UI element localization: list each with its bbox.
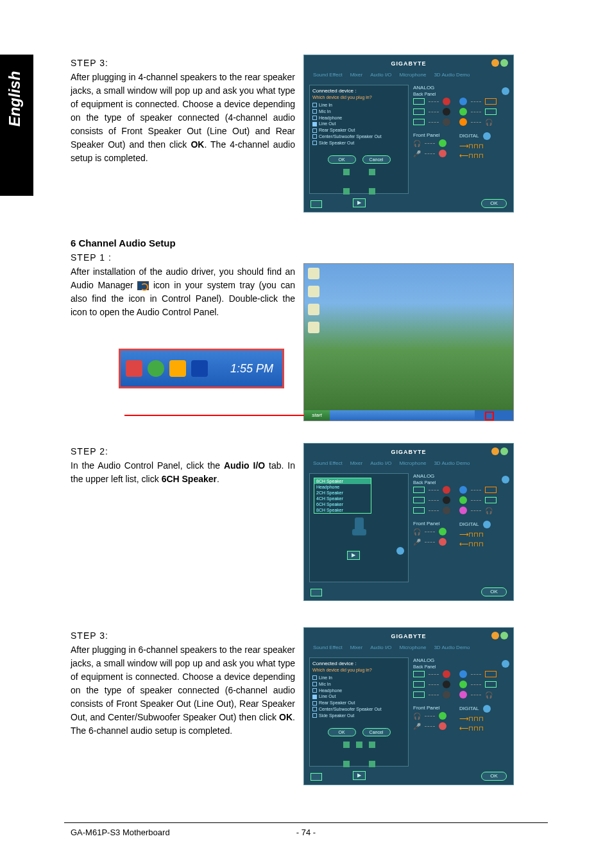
device-option[interactable]: Side Speaker Out xyxy=(312,140,405,146)
tab-sound-effect[interactable]: Sound Effect xyxy=(313,645,343,650)
panel-ok-button[interactable]: OK xyxy=(481,587,507,596)
tray-icon[interactable] xyxy=(169,360,186,377)
info-icon[interactable] xyxy=(396,547,404,555)
analog-digital-col: ANALOG Back Panel 🎧 Front Panel 🎧 🎤 DIGI… xyxy=(413,473,509,582)
device-option[interactable]: Center/Subwoofer Speaker Out xyxy=(312,134,405,140)
tab-audio-io[interactable]: Audio I/O xyxy=(370,645,391,650)
tab-3d-demo[interactable]: 3D Audio Demo xyxy=(434,460,470,466)
tray-icon[interactable] xyxy=(148,360,164,377)
listener-icon xyxy=(350,517,369,543)
digital-label: DIGITAL xyxy=(459,706,479,711)
section-6ch-step2: STEP 2: In the Audio Control Panel, clic… xyxy=(71,446,295,486)
tab-3d-demo[interactable]: 3D Audio Demo xyxy=(434,72,470,78)
info-icon[interactable] xyxy=(502,87,509,95)
brand-logo: GIGABYTE xyxy=(304,633,513,639)
back-panel-label: Back Panel xyxy=(413,664,436,669)
info-icon[interactable] xyxy=(502,476,509,483)
device-option[interactable]: Headphone xyxy=(312,115,405,121)
callout-box xyxy=(485,412,494,421)
tray-area xyxy=(475,410,513,421)
audio-panel-dropdown: GIGABYTE Sound Effect Mixer Audio I/O Mi… xyxy=(303,443,514,601)
tab-mixer[interactable]: Mixer xyxy=(350,645,363,650)
tab-sound-effect[interactable]: Sound Effect xyxy=(313,460,343,466)
device-option[interactable]: Side Speaker Out xyxy=(312,713,405,719)
audio-panel-6ch: GIGABYTE Sound Effect Mixer Audio I/O Mi… xyxy=(303,627,514,785)
sound-test-icon[interactable] xyxy=(310,589,322,596)
audio-manager-tray-icon[interactable] xyxy=(191,360,208,377)
tab-mixer[interactable]: Mixer xyxy=(350,72,363,78)
play-button[interactable]: ▶ xyxy=(353,771,366,780)
audio-panel-4ch: GIGABYTE Sound Effect Mixer Audio I/O Mi… xyxy=(303,55,514,213)
tab-audio-io[interactable]: Audio I/O xyxy=(370,460,391,466)
panel-tabs: Sound Effect Mixer Audio I/O Microphone … xyxy=(313,645,470,650)
digital-label: DIGITAL xyxy=(459,133,479,139)
panel-ok-button[interactable]: OK xyxy=(481,772,507,781)
ok-button[interactable]: OK xyxy=(328,155,356,164)
minimize-icon[interactable] xyxy=(491,447,499,455)
tab-microphone[interactable]: Microphone xyxy=(400,645,427,650)
cancel-button[interactable]: Cancel xyxy=(362,728,391,736)
sound-test-icon[interactable] xyxy=(310,200,322,208)
minimize-icon[interactable] xyxy=(491,632,499,639)
digital-label: DIGITAL xyxy=(459,521,479,527)
step-label: STEP 2: xyxy=(71,446,295,456)
info-icon[interactable] xyxy=(483,132,491,140)
device-option[interactable]: Headphone xyxy=(312,688,405,694)
brand-logo: GIGABYTE xyxy=(304,60,513,67)
step-text: After plugging in 4-channel speakers to … xyxy=(71,71,295,165)
close-icon[interactable] xyxy=(500,632,508,639)
device-option[interactable]: Mic In xyxy=(312,681,405,688)
start-button[interactable]: start xyxy=(304,410,330,421)
desktop-icon[interactable] xyxy=(308,322,319,333)
device-option[interactable]: Line Out xyxy=(312,693,405,700)
ok-button[interactable]: OK xyxy=(328,728,356,736)
window-controls xyxy=(491,447,508,455)
device-option[interactable]: Line In xyxy=(312,102,405,108)
desktop-icon[interactable] xyxy=(308,304,319,315)
analog-digital-col: ANALOG Back Panel 🎧 Front Panel 🎧 🎤 DIGI… xyxy=(413,85,509,194)
speaker-dropdown[interactable]: 8CH Speaker Headphone 2CH Speaker 4CH Sp… xyxy=(314,478,371,514)
tab-audio-io[interactable]: Audio I/O xyxy=(370,72,391,78)
speaker-figure xyxy=(343,742,375,767)
tab-mixer[interactable]: Mixer xyxy=(350,460,363,466)
device-list: Line In Mic In Headphone Line Out Rear S… xyxy=(312,675,405,719)
language-tab: English xyxy=(0,55,33,196)
analog-digital-col: ANALOG Back Panel 🎧 Front Panel 🎧 🎤 DIGI… xyxy=(413,657,509,767)
section-6ch-step3: STEP 3: After plugging in 6-channel spea… xyxy=(71,630,295,738)
clock: 1:55 PM xyxy=(230,362,277,376)
tab-microphone[interactable]: Microphone xyxy=(400,72,427,78)
window-controls xyxy=(491,632,508,639)
step-label: STEP 1 : xyxy=(71,252,295,263)
device-option[interactable]: Rear Speaker Out xyxy=(312,700,405,706)
cancel-button[interactable]: Cancel xyxy=(362,155,391,164)
device-option[interactable]: Rear Speaker Out xyxy=(312,127,405,134)
panel-ok-button[interactable]: OK xyxy=(481,199,507,208)
info-icon[interactable] xyxy=(502,660,509,668)
tray-icon[interactable] xyxy=(126,360,142,377)
footer-rule xyxy=(64,822,548,823)
info-icon[interactable] xyxy=(483,705,491,713)
device-option[interactable]: Line Out xyxy=(312,121,405,127)
spdif-in-icon: ⟵⊓⊓⊓ xyxy=(459,541,491,548)
device-option[interactable]: Mic In xyxy=(312,108,405,115)
desktop-icon[interactable] xyxy=(308,286,319,297)
device-option[interactable]: Line In xyxy=(312,675,405,681)
analog-label: ANALOG xyxy=(413,85,436,91)
back-panel-label: Back Panel xyxy=(413,480,436,485)
device-option[interactable]: Center/Subwoofer Speaker Out xyxy=(312,706,405,713)
info-icon[interactable] xyxy=(483,521,491,528)
tab-sound-effect[interactable]: Sound Effect xyxy=(313,72,343,78)
speaker-figure xyxy=(343,169,375,195)
sound-test-icon[interactable] xyxy=(310,773,322,781)
page-number: - 74 - xyxy=(0,828,612,837)
play-button[interactable]: ▶ xyxy=(353,198,366,207)
tab-microphone[interactable]: Microphone xyxy=(400,460,427,466)
close-icon[interactable] xyxy=(500,447,508,455)
desktop-icon[interactable] xyxy=(308,268,319,279)
analog-label: ANALOG xyxy=(413,657,436,663)
panel-tabs: Sound Effect Mixer Audio I/O Microphone … xyxy=(313,460,470,466)
close-icon[interactable] xyxy=(500,59,508,67)
minimize-icon[interactable] xyxy=(491,59,499,67)
play-button[interactable]: ▶ xyxy=(347,551,360,560)
tab-3d-demo[interactable]: 3D Audio Demo xyxy=(434,645,470,650)
